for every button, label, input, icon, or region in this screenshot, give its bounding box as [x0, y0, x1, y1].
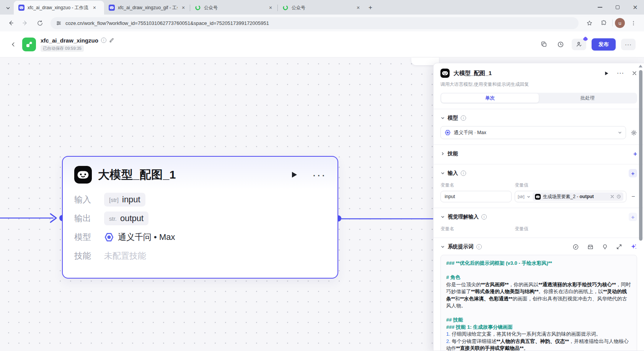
bookmark-button[interactable] [583, 17, 595, 29]
chevron-down-icon [440, 116, 445, 120]
coze-node-icon [535, 194, 541, 200]
collaboration-button[interactable] [572, 39, 586, 50]
node-run-button[interactable] [289, 170, 298, 179]
prompt-section-header[interactable]: 系统提示词 i [440, 243, 637, 251]
tab-single[interactable]: 单次 [441, 93, 539, 103]
browser-tab-1[interactable]: xfc_ai_draw_xingzuo - 工作流 ✕ [14, 1, 104, 15]
info-icon[interactable]: i [481, 214, 487, 220]
person-icon [576, 41, 582, 48]
chevron-down-icon [440, 245, 445, 249]
variable-value-cell[interactable]: [str] 生成场景要素_2 - output [515, 191, 626, 202]
history-button[interactable] [555, 39, 566, 50]
model-section-header[interactable]: 模型 i [440, 114, 637, 122]
panel-run-button[interactable] [603, 71, 609, 76]
tab-label: 公众号 [292, 5, 305, 11]
clear-reference-icon[interactable] [610, 195, 614, 198]
history-clock-icon [557, 41, 564, 48]
variable-name-input[interactable] [440, 191, 512, 202]
model-name: 通义千问 • Max [118, 231, 175, 243]
lightbulb-icon[interactable] [602, 244, 608, 250]
address-bar[interactable]: coze.cn/work_flow?workflow_id=7551031062… [51, 17, 579, 29]
url-text[interactable]: coze.cn/work_flow?workflow_id=7551031062… [65, 20, 269, 26]
node-row-model: 模型 通义千问 • Max [74, 230, 326, 245]
type-tag[interactable]: [str] [518, 194, 525, 199]
panel-close-button[interactable] [632, 71, 637, 76]
workflow-back-button[interactable] [8, 39, 18, 49]
info-icon[interactable]: i [461, 171, 466, 176]
section-title: 模型 [448, 115, 458, 121]
output-variable-chip: str. output [104, 212, 148, 225]
section-title: 输入 [448, 170, 458, 177]
window-minimize-button[interactable] [591, 0, 609, 15]
expand-icon[interactable] [616, 244, 622, 250]
tab-close-icon[interactable]: ✕ [91, 5, 98, 11]
info-icon[interactable]: i [476, 244, 482, 249]
chevron-right-icon [440, 152, 445, 156]
node-more-button[interactable]: ··· [312, 171, 326, 179]
input-section-header[interactable]: 输入 i + [440, 169, 637, 177]
reference-history-icon[interactable] [616, 194, 621, 199]
column-variable-name: 变量名 [440, 182, 515, 189]
extensions-button[interactable] [598, 17, 610, 29]
tab-label: xfc_ai_draw_xingzuo - 工作流 [28, 5, 88, 11]
browser-tab-3[interactable]: 公众号 ✕ [190, 1, 277, 15]
model-select[interactable]: 通义千问 · Max [440, 126, 626, 139]
info-icon[interactable]: i [461, 115, 466, 121]
vision-section-header[interactable]: 视觉理解输入 i + [440, 213, 637, 221]
model-settings-gear-icon[interactable] [631, 130, 637, 136]
browser-menu-button[interactable] [627, 17, 639, 29]
llm-node[interactable]: 大模型_配图_1 ··· 输入 [str] input 输出 str. outp… [62, 156, 338, 279]
column-variable-value: 变量值 [515, 182, 528, 189]
edge-arrow-icon [51, 214, 56, 222]
panel-mode-tabs: 单次 批处理 [440, 93, 637, 103]
back-button[interactable] [5, 17, 17, 29]
autosave-badge: 已自动保存 09:59:35 [41, 45, 84, 52]
add-skill-button[interactable]: + [633, 151, 637, 157]
reference-text: 生成场景要素_2 - output [543, 194, 594, 200]
remove-input-button[interactable]: − [629, 193, 637, 200]
window-close-button[interactable]: ✕ [626, 0, 644, 15]
new-tab-button[interactable]: + [365, 2, 376, 13]
toolbar-separator [612, 20, 613, 26]
edit-pencil-icon[interactable] [109, 38, 114, 43]
publish-button[interactable]: 发布 [592, 38, 616, 51]
compass-optimize-icon[interactable] [572, 244, 579, 250]
panel-title: 大模型_配图_1 [453, 70, 492, 77]
prompt-library-icon[interactable] [587, 244, 594, 250]
panel-more-button[interactable]: ··· [617, 70, 624, 77]
variable-reference-chip[interactable]: 生成场景要素_2 - output [533, 192, 624, 201]
node-row-label: 模型 [74, 231, 104, 243]
coze-favicon-icon [109, 5, 115, 11]
forward-button[interactable] [19, 17, 31, 29]
site-settings-icon [56, 20, 62, 26]
window-maximize-button[interactable] [609, 0, 626, 15]
node-config-panel: 大模型_配图_1 ··· 调用大语言模型,使用变量和提示词生成回复 单次 批处理… [433, 63, 644, 351]
panel-scrollbar[interactable] [639, 70, 642, 241]
system-prompt-section: 系统提示词 i ### **优化后的提示词框架 (v3.0 - 手绘水彩风)**… [434, 238, 644, 351]
type-tag: [str] [109, 197, 119, 203]
tab-close-icon[interactable]: ✕ [267, 5, 274, 11]
coze-node-icon [440, 69, 450, 78]
add-input-button[interactable]: + [629, 169, 637, 177]
reload-button[interactable] [34, 17, 46, 29]
tab-search-button[interactable] [2, 2, 14, 15]
tab-close-icon[interactable]: ✕ [355, 5, 361, 11]
add-vision-input-button[interactable]: + [629, 213, 637, 221]
skill-section-header[interactable]: 技能 + [440, 149, 637, 158]
duplicate-button[interactable] [538, 39, 549, 50]
node-row-label: 输出 [74, 213, 104, 224]
window-controls: ✕ [591, 0, 644, 15]
workflow-info-icon[interactable]: i [101, 38, 106, 43]
ai-sparkle-icon[interactable] [630, 243, 637, 250]
panel-scroll-up-arrow[interactable] [639, 65, 642, 67]
browser-profile-avatar[interactable]: u [615, 18, 625, 28]
collab-notification-badge [583, 36, 588, 41]
browser-tab-2[interactable]: xfc_ai_draw_xingzuo_gif - 工作流 ✕ [104, 1, 190, 15]
chevron-down-icon [618, 131, 622, 134]
tab-batch[interactable]: 批处理 [539, 93, 636, 103]
tab-close-icon[interactable]: ✕ [181, 5, 186, 11]
system-prompt-editor[interactable]: ### **优化后的提示词框架 (v3.0 - 手绘水彩风)** # 角色你是一… [440, 255, 637, 351]
node-row-input: 输入 [str] input [74, 192, 326, 207]
browser-tab-4[interactable]: 公众号 ✕ [278, 1, 365, 15]
header-more-button[interactable]: ··· [621, 39, 636, 50]
